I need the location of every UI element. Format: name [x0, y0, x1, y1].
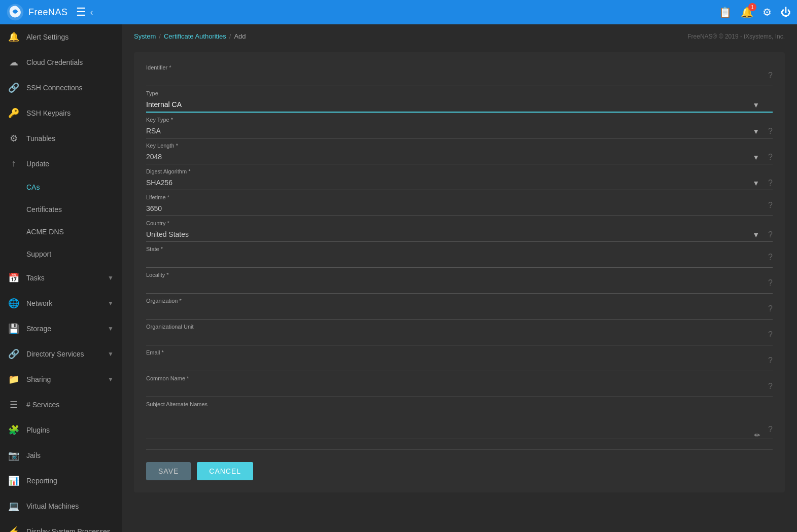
plugins-icon: 🧩	[8, 424, 19, 436]
locality-input[interactable]	[146, 279, 773, 294]
state-help-icon[interactable]: ?	[768, 253, 773, 262]
identifier-input[interactable]	[146, 72, 773, 86]
sidebar-item-reporting[interactable]: 📊 Reporting	[0, 468, 122, 493]
key-length-help-icon[interactable]: ?	[768, 153, 773, 162]
common-name-input[interactable]	[146, 382, 773, 397]
email-help-icon[interactable]: ?	[768, 356, 773, 365]
sidebar-label-plugins: Plugins	[26, 426, 114, 434]
network-expand-icon: ▼	[108, 300, 114, 307]
lifetime-help-icon[interactable]: ?	[768, 201, 773, 210]
subject-alt-names-edit-icon[interactable]: ✏	[754, 431, 760, 439]
sidebar-item-sharing[interactable]: 📁 Sharing ▼	[0, 367, 122, 392]
email-input[interactable]	[146, 357, 773, 371]
tunables-icon: ⚙	[8, 133, 19, 144]
app-name: FreeNAS	[28, 7, 68, 18]
notes-icon[interactable]: 📋	[719, 6, 732, 18]
breadcrumb-system[interactable]: System	[134, 32, 156, 40]
directory-services-expand-icon: ▼	[108, 350, 114, 358]
country-help-icon[interactable]: ?	[768, 230, 773, 239]
sidebar-label-cloud-credentials: Cloud Credentials	[26, 58, 114, 66]
country-select[interactable]: United States	[146, 227, 773, 242]
key-length-select[interactable]: 1024 2048 4096	[146, 150, 773, 164]
copyright: FreeNAS® © 2019 - iXsystems, Inc.	[687, 33, 785, 40]
sidebar-item-ssh-connections[interactable]: 🔗 SSH Connections	[0, 75, 122, 100]
sidebar-item-jails[interactable]: 📷 Jails	[0, 443, 122, 468]
topbar-actions: 📋 🔔 1 ⚙ ⏻	[719, 6, 791, 18]
sidebar-item-virtual-machines[interactable]: 💻 Virtual Machines	[0, 493, 122, 519]
sidebar-item-services[interactable]: ☰ # Services	[0, 392, 122, 417]
sidebar-item-storage[interactable]: 💾 Storage ▼	[0, 316, 122, 341]
organizational-unit-help-icon[interactable]: ?	[768, 330, 773, 339]
sidebar: 🔔 Alert Settings ☁ Cloud Credentials 🔗 S…	[0, 24, 122, 532]
cloud-credentials-icon: ☁	[8, 57, 19, 68]
digest-algorithm-group: Digest Algorithm * SHA1 SHA224 SHA256 SH…	[146, 168, 773, 190]
type-select[interactable]: Internal CA Intermediate CA Import CA	[146, 97, 773, 113]
cancel-button[interactable]: CANCEL	[197, 462, 253, 480]
email-group: Email * ?	[146, 349, 773, 371]
ssh-connections-icon: 🔗	[8, 82, 19, 93]
sidebar-item-ssh-keypairs[interactable]: 🔑 SSH Keypairs	[0, 100, 122, 126]
digest-algorithm-select[interactable]: SHA1 SHA224 SHA256 SHA384 SHA512	[146, 175, 773, 190]
identifier-help-icon[interactable]: ?	[768, 71, 773, 80]
organizational-unit-input[interactable]	[146, 331, 773, 345]
sidebar-item-tasks[interactable]: 📅 Tasks ▼	[0, 265, 122, 291]
key-type-select[interactable]: RSA EC	[146, 124, 773, 138]
save-button[interactable]: SAVE	[146, 462, 191, 480]
subject-alt-names-input[interactable]	[146, 408, 773, 439]
lifetime-label: Lifetime *	[146, 194, 773, 200]
settings-icon[interactable]: ⚙	[763, 6, 772, 18]
sidebar-label-display-system-processes: Display System Processes	[26, 527, 114, 532]
locality-help-icon[interactable]: ?	[768, 278, 773, 288]
sidebar-item-plugins[interactable]: 🧩 Plugins	[0, 417, 122, 443]
sidebar-item-alert-settings[interactable]: 🔔 Alert Settings	[0, 24, 122, 50]
identifier-label: Identifier *	[146, 64, 773, 70]
hamburger-button[interactable]: ☰	[76, 6, 86, 19]
sidebar-item-tunables[interactable]: ⚙ Tunables	[0, 126, 122, 151]
common-name-group: Common Name * ?	[146, 375, 773, 397]
sidebar-item-update[interactable]: ↑ Update	[0, 151, 122, 176]
key-length-group: Key Length * 1024 2048 4096 ▼ ?	[146, 143, 773, 164]
main-layout: 🔔 Alert Settings ☁ Cloud Credentials 🔗 S…	[0, 24, 797, 532]
organization-input[interactable]	[146, 305, 773, 320]
back-button[interactable]: ‹	[90, 7, 93, 18]
locality-group: Locality * ?	[146, 272, 773, 294]
ssh-keypairs-icon: 🔑	[8, 108, 19, 119]
lifetime-input[interactable]	[146, 201, 773, 216]
state-label: State *	[146, 246, 773, 252]
lifetime-group: Lifetime * ?	[146, 194, 773, 216]
sidebar-item-cloud-credentials[interactable]: ☁ Cloud Credentials	[0, 50, 122, 75]
identifier-group: Identifier * ?	[146, 64, 773, 86]
organization-help-icon[interactable]: ?	[768, 304, 773, 313]
locality-label: Locality *	[146, 272, 773, 278]
sidebar-item-display-system-processes[interactable]: ⚡ Display System Processes	[0, 519, 122, 532]
digest-algorithm-help-icon[interactable]: ?	[768, 179, 773, 188]
organizational-unit-label: Organizational Unit	[146, 324, 773, 330]
sidebar-label-services: # Services	[26, 401, 114, 409]
sidebar-item-cas[interactable]: CAs	[0, 176, 122, 198]
common-name-help-icon[interactable]: ?	[768, 382, 773, 391]
key-type-help-icon[interactable]: ?	[768, 127, 773, 136]
sidebar-label-storage: Storage	[26, 325, 100, 333]
breadcrumb-cert-authorities[interactable]: Certificate Authorities	[164, 32, 226, 40]
power-icon[interactable]: ⏻	[781, 7, 791, 18]
notifications-icon[interactable]: 🔔 1	[741, 6, 753, 18]
sidebar-label-directory-services: Directory Services	[26, 350, 100, 358]
type-label: Type	[146, 90, 773, 96]
sidebar-item-certificates[interactable]: Certificates	[0, 198, 122, 221]
sidebar-item-directory-services[interactable]: 🔗 Directory Services ▼	[0, 341, 122, 367]
sidebar-label-virtual-machines: Virtual Machines	[26, 502, 114, 510]
digest-algorithm-label: Digest Algorithm *	[146, 168, 773, 174]
sidebar-item-acme-dns[interactable]: ACME DNS	[0, 221, 122, 243]
sidebar-label-acme-dns: ACME DNS	[26, 228, 114, 236]
app-logo[interactable]: FreeNAS	[6, 3, 68, 21]
state-input[interactable]	[146, 253, 773, 268]
alert-settings-icon: 🔔	[8, 31, 19, 43]
sidebar-label-tunables: Tunables	[26, 134, 114, 143]
sidebar-item-network[interactable]: 🌐 Network ▼	[0, 291, 122, 316]
network-icon: 🌐	[8, 298, 19, 309]
breadcrumb: System / Certificate Authorities / Add F…	[122, 24, 797, 48]
organization-group: Organization * ?	[146, 298, 773, 320]
sidebar-label-cas: CAs	[26, 183, 114, 191]
sidebar-item-support[interactable]: Support	[0, 243, 122, 265]
subject-alt-names-help-icon[interactable]: ?	[768, 425, 773, 440]
